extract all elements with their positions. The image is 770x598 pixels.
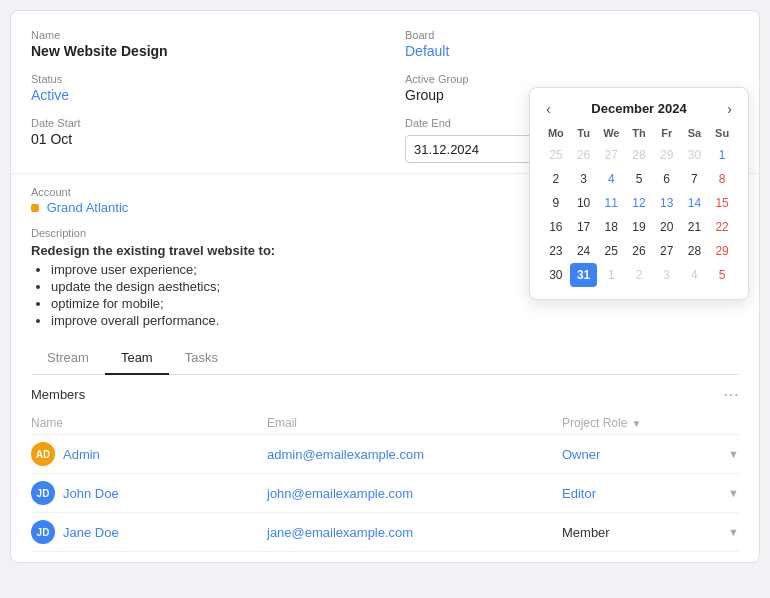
cal-day[interactable]: 3 <box>570 167 598 191</box>
calendar-header: ‹ December 2024 › <box>542 100 736 117</box>
tabs-bar: Stream Team Tasks <box>31 342 739 375</box>
cal-day[interactable]: 11 <box>597 191 625 215</box>
col-header-role: Project Role ▼ <box>562 416 739 430</box>
members-more-button[interactable]: ⋯ <box>723 385 739 404</box>
cal-day[interactable]: 24 <box>570 239 598 263</box>
cal-day[interactable]: 28 <box>625 143 653 167</box>
account-name[interactable]: Grand Atlantic <box>47 200 129 215</box>
member-role: Member <box>562 525 610 540</box>
col-header-email: Email <box>267 416 562 430</box>
weekday-fr: Fr <box>653 125 681 143</box>
status-value: Active <box>31 87 365 103</box>
cal-day[interactable]: 20 <box>653 215 681 239</box>
role-dropdown-icon[interactable]: ▼ <box>728 487 739 499</box>
member-role-cell: Editor ▼ <box>562 486 739 501</box>
cal-day[interactable]: 26 <box>570 143 598 167</box>
cal-day[interactable]: 5 <box>708 263 736 287</box>
cal-day[interactable]: 19 <box>625 215 653 239</box>
cal-day[interactable]: 12 <box>625 191 653 215</box>
member-role: Owner <box>562 447 600 462</box>
project-name: New Website Design <box>31 43 365 59</box>
cal-day[interactable]: 5 <box>625 167 653 191</box>
cal-day-selected[interactable]: 31 <box>570 263 598 287</box>
cal-day[interactable]: 18 <box>597 215 625 239</box>
month-label: December 2024 <box>591 101 686 116</box>
cal-day[interactable]: 29 <box>653 143 681 167</box>
status-label: Status <box>31 73 365 85</box>
list-item: improve overall performance. <box>51 313 739 328</box>
board-label: Board <box>405 29 739 41</box>
date-start-label: Date Start <box>31 117 365 129</box>
member-email-cell: admin@emailexample.com <box>267 447 562 462</box>
active-group-label: Active Group <box>405 73 739 85</box>
weekday-header-row: Mo Tu We Th Fr Sa Su <box>542 125 736 143</box>
cal-day[interactable]: 2 <box>625 263 653 287</box>
member-name-cell: JD Jane Doe <box>31 520 267 544</box>
table-header: Name Email Project Role ▼ <box>31 412 739 435</box>
description-intro-text: Redesign the existing travel website to: <box>31 243 275 258</box>
cal-week-2: 2 3 4 5 6 7 8 <box>542 167 736 191</box>
member-email[interactable]: jane@emailexample.com <box>267 525 413 540</box>
tab-stream[interactable]: Stream <box>31 342 105 375</box>
cal-day[interactable]: 10 <box>570 191 598 215</box>
right-column: Board Default Active Group Group Date En… <box>405 29 739 163</box>
cal-day[interactable]: 17 <box>570 215 598 239</box>
cal-day[interactable]: 7 <box>681 167 709 191</box>
cal-week-5: 23 24 25 26 27 28 29 <box>542 239 736 263</box>
cal-day[interactable]: 8 <box>708 167 736 191</box>
cal-week-4: 16 17 18 19 20 21 22 <box>542 215 736 239</box>
tab-team[interactable]: Team <box>105 342 169 375</box>
role-dropdown-icon[interactable]: ▼ <box>728 526 739 538</box>
table-row: JD Jane Doe jane@emailexample.com Member… <box>31 513 739 552</box>
next-month-button[interactable]: › <box>723 100 736 117</box>
cal-day[interactable]: 16 <box>542 215 570 239</box>
weekday-mo: Mo <box>542 125 570 143</box>
members-title: Members <box>31 387 85 402</box>
calendar-grid: Mo Tu We Th Fr Sa Su 25 26 <box>542 125 736 287</box>
cal-day[interactable]: 21 <box>681 215 709 239</box>
member-name-cell: AD Admin <box>31 442 267 466</box>
cal-week-1: 25 26 27 28 29 30 1 <box>542 143 736 167</box>
col-header-name: Name <box>31 416 267 430</box>
cal-day[interactable]: 9 <box>542 191 570 215</box>
cal-day[interactable]: 27 <box>597 143 625 167</box>
member-email[interactable]: admin@emailexample.com <box>267 447 424 462</box>
role-dropdown-icon[interactable]: ▼ <box>728 448 739 460</box>
cal-day[interactable]: 4 <box>597 167 625 191</box>
weekday-sa: Sa <box>681 125 709 143</box>
cal-day[interactable]: 26 <box>625 239 653 263</box>
sort-icon[interactable]: ▼ <box>631 418 641 429</box>
cal-day[interactable]: 29 <box>708 239 736 263</box>
prev-month-button[interactable]: ‹ <box>542 100 555 117</box>
cal-day[interactable]: 15 <box>708 191 736 215</box>
cal-day[interactable]: 1 <box>597 263 625 287</box>
member-name[interactable]: Jane Doe <box>63 525 119 540</box>
weekday-tu: Tu <box>570 125 598 143</box>
cal-day[interactable]: 1 <box>708 143 736 167</box>
date-start-value: 01 Oct <box>31 131 365 147</box>
member-email[interactable]: john@emailexample.com <box>267 486 413 501</box>
avatar: AD <box>31 442 55 466</box>
cal-day[interactable]: 2 <box>542 167 570 191</box>
weekday-we: We <box>597 125 625 143</box>
tab-tasks[interactable]: Tasks <box>169 342 234 375</box>
cal-day[interactable]: 4 <box>681 263 709 287</box>
member-role: Editor <box>562 486 596 501</box>
member-name[interactable]: Admin <box>63 447 100 462</box>
member-email-cell: jane@emailexample.com <box>267 525 562 540</box>
cal-day[interactable]: 13 <box>653 191 681 215</box>
cal-day[interactable]: 28 <box>681 239 709 263</box>
cal-day[interactable]: 25 <box>597 239 625 263</box>
cal-day[interactable]: 14 <box>681 191 709 215</box>
weekday-th: Th <box>625 125 653 143</box>
cal-day[interactable]: 3 <box>653 263 681 287</box>
cal-day[interactable]: 30 <box>542 263 570 287</box>
cal-day[interactable]: 27 <box>653 239 681 263</box>
cal-day[interactable]: 23 <box>542 239 570 263</box>
cal-day[interactable]: 22 <box>708 215 736 239</box>
member-name[interactable]: John Doe <box>63 486 119 501</box>
member-name-cell: JD John Doe <box>31 481 267 505</box>
cal-day[interactable]: 30 <box>681 143 709 167</box>
cal-day[interactable]: 6 <box>653 167 681 191</box>
cal-day[interactable]: 25 <box>542 143 570 167</box>
